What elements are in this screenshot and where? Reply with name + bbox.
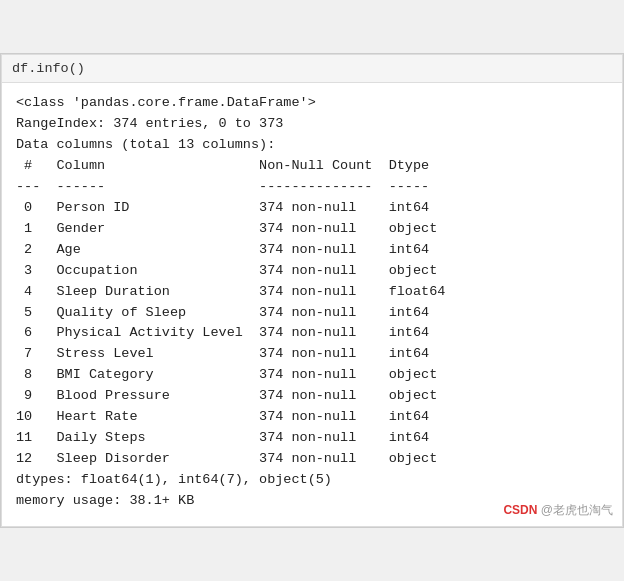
row-0: 0 Person ID 374 non-null int64	[16, 200, 445, 215]
row-9: 9 Blood Pressure 374 non-null object	[16, 388, 445, 403]
row-1: 1 Gender 374 non-null object	[16, 221, 445, 236]
class-line: <class 'pandas.core.frame.DataFrame'>	[16, 95, 316, 110]
row-8: 8 BMI Category 374 non-null object	[16, 367, 445, 382]
row-5: 5 Quality of Sleep 374 non-null int64	[16, 305, 445, 320]
row-4: 4 Sleep Duration 374 non-null float64	[16, 284, 445, 299]
row-11: 11 Daily Steps 374 non-null int64	[16, 430, 445, 445]
row-7: 7 Stress Level 374 non-null int64	[16, 346, 445, 361]
data-columns: Data columns (total 13 columns):	[16, 137, 275, 152]
row-12: 12 Sleep Disorder 374 non-null object	[16, 451, 445, 466]
table-separator: --- ------ -------------- -----	[16, 179, 445, 194]
dtypes-line: dtypes: float64(1), int64(7), object(5)	[16, 472, 332, 487]
range-index: RangeIndex: 374 entries, 0 to 373	[16, 116, 283, 131]
notebook-container: df.info() <class 'pandas.core.frame.Data…	[0, 53, 624, 527]
watermark-author: @老虎也淘气	[541, 503, 613, 517]
code-input: df.info()	[12, 61, 85, 76]
code-cell[interactable]: df.info()	[1, 54, 623, 82]
memory-line: memory usage: 38.1+ KB	[16, 493, 194, 508]
row-3: 3 Occupation 374 non-null object	[16, 263, 445, 278]
watermark: CSDN @老虎也淘气	[503, 502, 613, 519]
row-6: 6 Physical Activity Level 374 non-null i…	[16, 325, 445, 340]
output-text: <class 'pandas.core.frame.DataFrame'> Ra…	[16, 93, 608, 511]
row-10: 10 Heart Rate 374 non-null int64	[16, 409, 445, 424]
table-header: # Column Non-Null Count Dtype	[16, 158, 445, 173]
output-area: <class 'pandas.core.frame.DataFrame'> Ra…	[1, 82, 623, 526]
watermark-csdn: CSDN	[503, 503, 537, 517]
row-2: 2 Age 374 non-null int64	[16, 242, 445, 257]
